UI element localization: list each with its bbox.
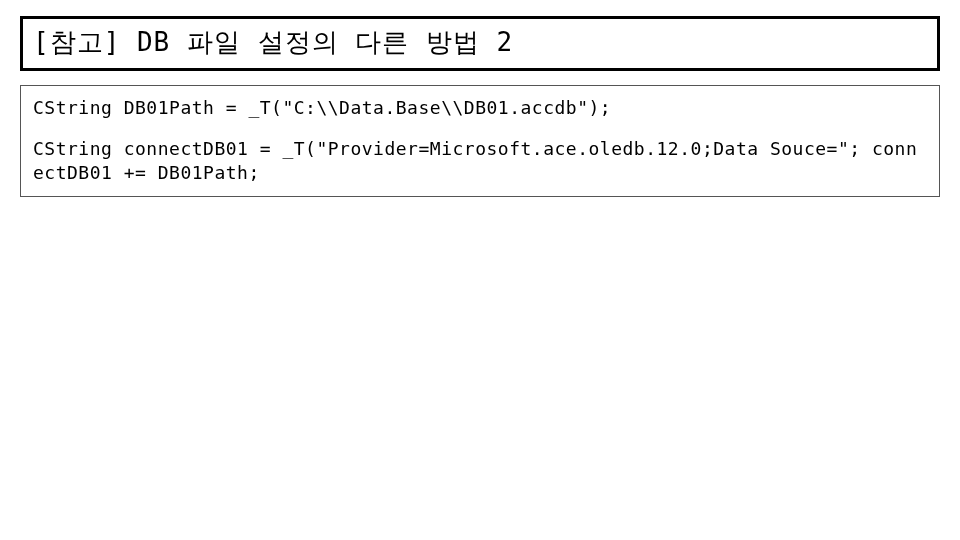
title-text: [참고] DB 파일 설정의 다른 방법 2 xyxy=(33,25,927,60)
document-page: [참고] DB 파일 설정의 다른 방법 2 CString DB01Path … xyxy=(0,0,960,540)
code-line-2: CString connectDB01 = _T("Provider=Micro… xyxy=(33,137,927,184)
title-box: [참고] DB 파일 설정의 다른 방법 2 xyxy=(20,16,940,71)
code-line-1: CString DB01Path = _T("C:\\Data.Base\\DB… xyxy=(33,96,927,119)
code-box: CString DB01Path = _T("C:\\Data.Base\\DB… xyxy=(20,85,940,197)
